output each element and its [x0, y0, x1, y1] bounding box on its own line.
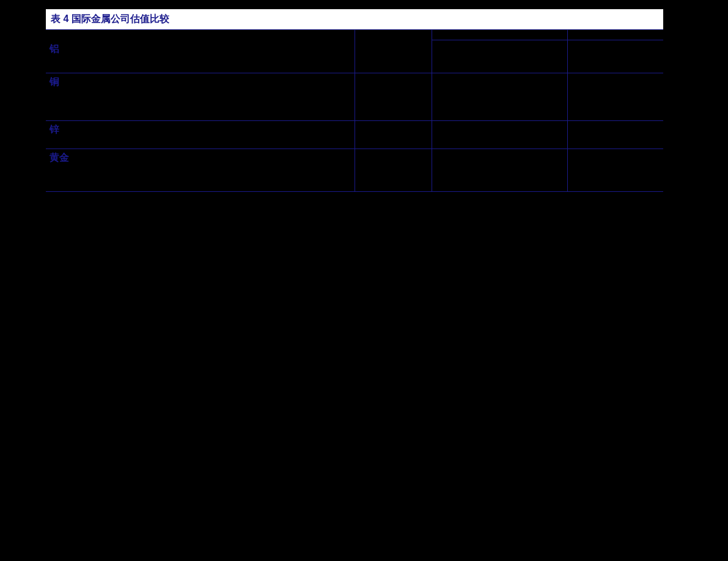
cell-value	[355, 40, 432, 58]
cell-value	[355, 111, 432, 116]
row-name	[46, 144, 355, 149]
row-name	[46, 172, 355, 177]
cell-value	[355, 167, 432, 172]
cell-value	[432, 120, 567, 139]
cell-value	[432, 58, 567, 63]
hdr-col2	[355, 30, 432, 40]
category-label: 铝	[50, 43, 59, 54]
cell-value	[355, 116, 432, 121]
row-name	[46, 91, 355, 96]
cell-value	[355, 58, 432, 63]
cell-value	[567, 111, 663, 116]
cell-value	[432, 144, 567, 149]
row-name	[46, 167, 355, 172]
row-name: 铜	[46, 73, 355, 91]
cell-value	[355, 68, 432, 73]
cell-value	[355, 148, 432, 167]
cell-value	[355, 101, 432, 106]
hdr-name	[46, 30, 355, 40]
cell-value	[567, 186, 663, 192]
cell-value	[567, 40, 663, 58]
cell-value	[355, 96, 432, 101]
cell-value	[432, 116, 567, 121]
cell-value	[355, 186, 432, 192]
cell-value	[432, 186, 567, 192]
row-name: 铝	[46, 40, 355, 58]
valuation-table-container: 表 4 国际金属公司估值比较 铝铜锌黄金	[46, 9, 663, 192]
cell-value	[355, 172, 432, 177]
cell-value	[567, 96, 663, 101]
cell-value	[355, 73, 432, 91]
row-name: 黄金	[46, 148, 355, 167]
row-name	[46, 116, 355, 121]
cell-value	[355, 182, 432, 186]
cell-value	[355, 63, 432, 68]
cell-value	[567, 101, 663, 106]
cell-value	[355, 177, 432, 182]
cell-value	[355, 106, 432, 111]
row-name	[46, 68, 355, 73]
cell-value	[355, 91, 432, 96]
cell-value	[355, 139, 432, 144]
cell-value	[567, 63, 663, 68]
row-name	[46, 186, 355, 192]
cell-value	[432, 101, 567, 106]
row-name	[46, 63, 355, 68]
cell-value	[432, 96, 567, 101]
row-name	[46, 106, 355, 111]
table-title-bar: 表 4 国际金属公司估值比较	[46, 9, 663, 30]
cell-value	[567, 172, 663, 177]
row-name	[46, 96, 355, 101]
cell-value	[567, 120, 663, 139]
hdr-col3b	[432, 35, 567, 40]
cell-value	[567, 73, 663, 91]
cell-value	[432, 40, 567, 58]
row-name	[46, 58, 355, 63]
row-name	[46, 111, 355, 116]
cell-value	[567, 167, 663, 172]
cell-value	[432, 172, 567, 177]
cell-value	[567, 148, 663, 167]
cell-value	[432, 167, 567, 172]
cell-value	[567, 116, 663, 121]
category-label: 锌	[50, 124, 59, 134]
valuation-table: 铝铜锌黄金	[46, 30, 663, 192]
cell-value	[432, 73, 567, 91]
cell-value	[432, 91, 567, 96]
cell-value	[567, 91, 663, 96]
category-label: 铜	[50, 76, 59, 87]
row-name	[46, 139, 355, 144]
cell-value	[567, 139, 663, 144]
cell-value	[567, 68, 663, 73]
cell-value	[567, 106, 663, 111]
row-name	[46, 177, 355, 182]
cell-value	[432, 111, 567, 116]
cell-value	[432, 139, 567, 144]
hdr-col4b	[567, 35, 663, 40]
hdr-col3a	[432, 30, 567, 35]
row-name	[46, 101, 355, 106]
cell-value	[567, 144, 663, 149]
cell-value	[567, 177, 663, 182]
cell-value	[355, 120, 432, 139]
cell-value	[432, 63, 567, 68]
table-title: 表 4 国际金属公司估值比较	[51, 13, 169, 24]
row-name	[46, 182, 355, 186]
row-name: 锌	[46, 120, 355, 139]
cell-value	[432, 148, 567, 167]
cell-value	[355, 144, 432, 149]
cell-value	[432, 106, 567, 111]
cell-value	[567, 58, 663, 63]
cell-value	[432, 182, 567, 186]
category-label: 黄金	[50, 152, 69, 163]
cell-value	[432, 68, 567, 73]
hdr-col4a	[567, 30, 663, 35]
cell-value	[567, 182, 663, 186]
cell-value	[432, 177, 567, 182]
